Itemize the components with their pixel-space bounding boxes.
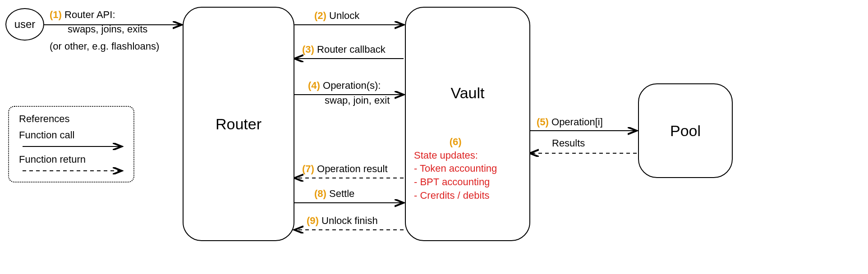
step8-num: (8) (314, 188, 326, 199)
step6-line3: - BPT accounting (414, 175, 497, 189)
step4-label: (4) Operation(s): (308, 80, 381, 91)
step9-label: (9) Unlock finish (307, 215, 378, 227)
step5-num: (5) (537, 116, 549, 128)
step6-num: (6) (450, 136, 462, 147)
user-node: user (5, 8, 44, 41)
step3-num: (3) (302, 44, 314, 55)
ref-call-row: Function call (19, 129, 124, 141)
step3-text: Router callback (317, 44, 386, 55)
step4-line2: swap, join, exit (325, 95, 390, 106)
step6-line1: State updates: (414, 149, 497, 162)
step9-num: (9) (307, 215, 319, 226)
step5-return: Results (552, 137, 585, 149)
step8-text: Settle (329, 188, 354, 199)
step1-line3: (or other, e.g. flashloans) (50, 41, 159, 52)
step1-line2: swaps, joins, exits (68, 23, 147, 35)
step7-num: (7) (302, 163, 314, 174)
step4-num: (4) (308, 80, 320, 91)
step1-line1: Router API: (64, 9, 115, 20)
step6-line2: - Token accounting (414, 162, 497, 175)
step7-label: (7) Operation result (302, 163, 388, 175)
step9-text: Unlock finish (321, 215, 378, 226)
step5-label: (5) Operation[i] (537, 116, 603, 128)
pool-label: Pool (670, 122, 701, 140)
step2-label: (2) Unlock (314, 10, 359, 22)
ref-call-label: Function call (19, 129, 75, 141)
ref-return-row: Function return (19, 154, 124, 165)
router-label: Router (216, 115, 262, 133)
references-title: References (19, 113, 124, 125)
step6-block: (6) State updates: - Token accounting - … (414, 135, 497, 202)
ref-return-label: Function return (19, 154, 86, 165)
vault-label: Vault (451, 84, 485, 102)
step1-num: (1) (50, 9, 62, 20)
ref-return-arrow (23, 167, 126, 174)
router-node: Router (183, 7, 294, 241)
ref-call-arrow (23, 143, 126, 150)
step2-num: (2) (314, 10, 326, 21)
step6-line4: - Crerdits / debits (414, 189, 497, 202)
pool-node: Pool (638, 83, 733, 178)
step5-text: Operation[i] (551, 116, 603, 128)
references-box: References Function call Function return (8, 106, 134, 183)
step3-label: (3) Router callback (302, 44, 386, 55)
step4-line1: Operation(s): (323, 80, 381, 91)
vault-node: Vault (405, 7, 530, 241)
step7-text: Operation result (317, 163, 388, 174)
user-label: user (14, 18, 36, 31)
step1-label: (1) Router API: (50, 9, 115, 21)
step2-text: Unlock (329, 10, 359, 21)
step8-label: (8) Settle (314, 188, 354, 200)
